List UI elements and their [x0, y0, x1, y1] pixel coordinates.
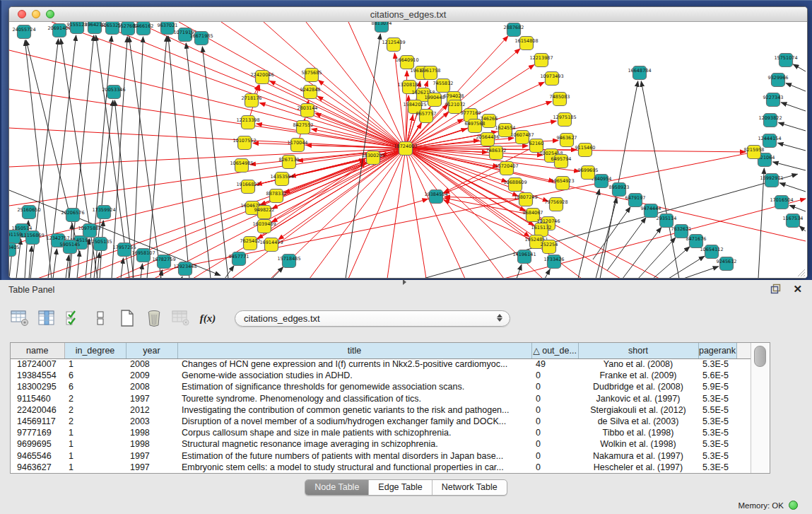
column-header-in_degree[interactable]: in_degree — [64, 343, 126, 358]
svg-text:1170044: 1170044 — [288, 140, 308, 146]
function-builder-icon[interactable]: f(x) — [198, 308, 218, 328]
network-window-titlebar[interactable]: citations_edges.txt — [9, 7, 807, 22]
svg-text:10975887: 10975887 — [78, 226, 101, 231]
svg-text:16039489: 16039489 — [252, 221, 276, 227]
svg-text:62160: 62160 — [529, 141, 544, 146]
float-window-icon[interactable] — [770, 284, 781, 297]
table-row[interactable]: 946554611997Estimation of the future num… — [11, 450, 751, 462]
svg-text:5875685: 5875685 — [302, 70, 322, 76]
table-panel-title: Table Panel — [8, 285, 54, 295]
svg-text:10654112: 10654112 — [700, 247, 723, 252]
svg-text:6794028: 6794028 — [444, 93, 464, 99]
svg-text:8267130: 8267130 — [279, 157, 300, 163]
table-row[interactable]: 977716911998Corpus callosum shape and si… — [11, 427, 751, 438]
network-window[interactable]: citations_edges.txt 24055724206914069155… — [8, 6, 808, 279]
svg-text:12505135: 12505135 — [88, 239, 112, 245]
svg-text:17359924: 17359924 — [92, 207, 115, 213]
svg-text:16914479: 16914479 — [259, 240, 283, 245]
table-row[interactable]: 1938455462009Genome-wide association stu… — [11, 370, 751, 381]
resize-grip-icon[interactable] — [796, 267, 806, 277]
svg-text:25160650: 25160650 — [17, 207, 40, 213]
table-scrollbar-thumb[interactable] — [754, 346, 766, 367]
svg-text:16958107: 16958107 — [131, 250, 155, 256]
svg-text:20564436: 20564436 — [476, 134, 499, 140]
svg-text:12975185: 12975185 — [553, 115, 576, 120]
column-header-name[interactable]: name — [11, 343, 64, 358]
svg-text:8427552: 8427552 — [293, 122, 314, 128]
table-toolbar: f(x) citations_edges.txt — [10, 304, 510, 332]
delete-table-icon[interactable] — [144, 308, 164, 328]
table-row[interactable]: 1872400712008Changes of HCN gene express… — [11, 358, 751, 370]
svg-text:1624554: 1624554 — [495, 125, 516, 131]
show-rows-icon[interactable] — [90, 308, 110, 328]
tab-edge-table[interactable]: Edge Table — [369, 480, 432, 495]
svg-text:8958923: 8958923 — [609, 185, 630, 190]
svg-text:9637021: 9637021 — [158, 23, 178, 28]
import-table-icon[interactable] — [171, 308, 191, 328]
citation-network-graph[interactable]: 2405572420691406915512389642101065325715… — [9, 22, 807, 279]
show-columns-icon[interactable] — [37, 308, 57, 328]
svg-text:15751074: 15751074 — [774, 55, 797, 61]
table-row[interactable]: 1830029562008Estimation of significance … — [11, 381, 751, 392]
column-header-filler — [736, 343, 751, 358]
svg-text:2718176: 2718176 — [242, 95, 262, 101]
svg-text:24055724: 24055724 — [12, 27, 35, 33]
splitter-collapse-icon[interactable] — [403, 279, 406, 285]
svg-text:7455812: 7455812 — [433, 81, 454, 86]
network-node[interactable]: 252254 — [541, 240, 558, 254]
svg-text:15718485: 15718485 — [277, 256, 300, 262]
svg-text:18807249: 18807249 — [514, 194, 537, 200]
svg-text:10107552: 10107552 — [233, 138, 256, 144]
svg-text:9115460: 9115460 — [575, 145, 596, 151]
svg-text:9245612: 9245612 — [717, 259, 737, 264]
svg-text:8466162: 8466162 — [134, 23, 154, 29]
svg-text:17957255: 17957255 — [112, 245, 136, 250]
svg-text:8813074: 8813074 — [372, 22, 392, 26]
table-row[interactable]: 2242004622012Investigating the contribut… — [11, 404, 751, 416]
table-row[interactable]: 969969511998Structural magnetic resonanc… — [11, 438, 751, 450]
svg-text:17016504: 17016504 — [770, 197, 793, 203]
svg-text:9498222: 9498222 — [254, 207, 275, 213]
svg-text:16640910: 16640910 — [395, 57, 418, 63]
svg-text:7625402: 7625402 — [240, 238, 261, 244]
close-icon[interactable]: ✕ — [793, 283, 802, 296]
column-header-title[interactable]: title — [177, 343, 531, 358]
tab-network-table[interactable]: Network Table — [433, 480, 507, 495]
svg-text:1615132: 1615132 — [531, 225, 552, 230]
svg-text:15842025: 15842025 — [403, 102, 426, 107]
svg-text:8215958: 8215958 — [744, 147, 765, 153]
table-tabs: Node TableEdge TableNetwork Table — [305, 479, 507, 496]
table-panel-header: Table Panel ✕ — [0, 280, 812, 300]
new-table-icon[interactable] — [117, 308, 137, 328]
table-scrollbar[interactable] — [751, 343, 770, 473]
svg-text:12444154: 12444154 — [758, 136, 781, 141]
node-table[interactable]: namein_degreeyeartitle△ out_de...shortpa… — [11, 343, 751, 473]
svg-text:15992971: 15992971 — [760, 175, 783, 181]
tab-node-table[interactable]: Node Table — [305, 480, 369, 495]
column-header-out_degree[interactable]: △ out_de... — [531, 343, 578, 358]
table-options-icon[interactable] — [10, 308, 30, 328]
svg-text:9121072: 9121072 — [445, 102, 466, 107]
svg-text:5905145: 5905145 — [60, 242, 81, 247]
svg-text:19654923: 19654923 — [551, 178, 574, 184]
table-selector-dropdown[interactable]: citations_edges.txt — [235, 310, 510, 327]
svg-text:9457771: 9457771 — [229, 254, 249, 259]
network-canvas[interactable]: 2405572420691406915512389642101065325715… — [9, 22, 807, 279]
table-row[interactable]: 1456911722003Disruption of a novel membe… — [11, 416, 751, 427]
svg-text:9699695: 9699695 — [578, 168, 599, 173]
svg-text:20206576: 20206576 — [61, 210, 84, 216]
table-header-row[interactable]: namein_degreeyeartitle△ out_de...shortpa… — [11, 343, 751, 358]
svg-text:18724007: 18724007 — [394, 144, 417, 149]
svg-text:15720407: 15720407 — [495, 163, 518, 169]
svg-text:8878332: 8878332 — [266, 191, 287, 197]
table-row[interactable]: 946362711997Embryonic stem cells: a mode… — [11, 462, 751, 473]
svg-text:12213987: 12213987 — [529, 55, 553, 61]
svg-text:9329966: 9329966 — [768, 75, 789, 81]
column-header-short[interactable]: short — [578, 343, 698, 358]
svg-text:7632621: 7632621 — [671, 226, 692, 232]
table-row[interactable]: 911546021997Tourette syndrome. Phenomeno… — [11, 393, 751, 404]
column-header-year[interactable]: year — [126, 343, 177, 358]
column-header-pagerank[interactable]: pagerank — [698, 343, 736, 358]
table-panel: Table Panel ✕ f(x) citations_edges.txt — [0, 280, 812, 514]
select-all-icon[interactable] — [64, 308, 83, 328]
